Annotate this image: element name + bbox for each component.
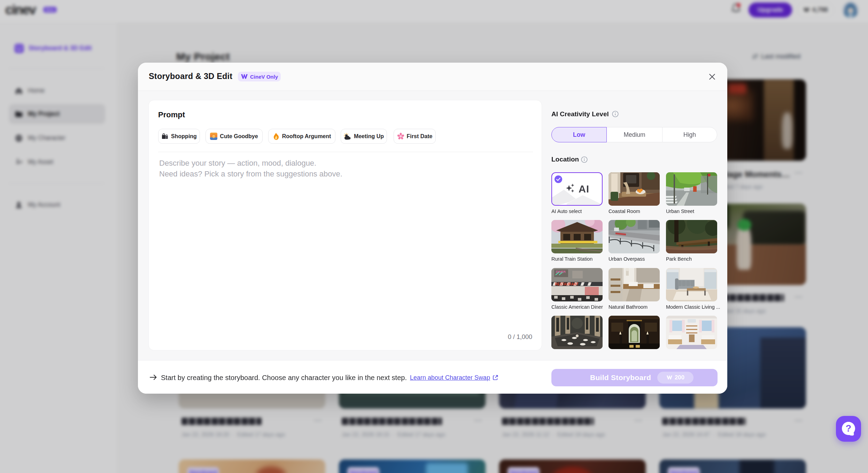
svg-text:?: ? [846,423,852,434]
svg-text:RESTAURANT: RESTAURANT [555,282,579,286]
